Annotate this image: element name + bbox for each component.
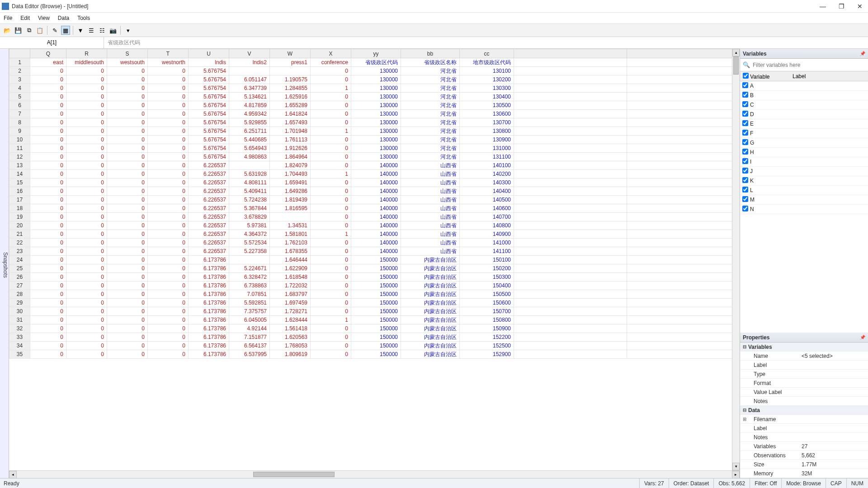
data-cell[interactable]: 130000 xyxy=(351,67,401,75)
data-cell[interactable]: 0 xyxy=(148,221,189,230)
data-cell[interactable]: 0 xyxy=(30,204,66,213)
variable-row[interactable]: N xyxy=(740,205,868,214)
data-cell[interactable]: 内蒙古自治区 xyxy=(401,299,460,307)
data-cell[interactable]: 0 xyxy=(148,75,189,84)
data-cell[interactable]: 0 xyxy=(107,187,148,196)
data-cell[interactable]: 5.676754 xyxy=(189,67,229,75)
data-cell[interactable]: 130000 xyxy=(351,153,401,161)
row-header[interactable]: 28 xyxy=(9,290,30,299)
data-cell[interactable]: 5.676754 xyxy=(189,84,229,93)
data-cell[interactable]: 内蒙古自治区 xyxy=(401,273,460,282)
data-cell[interactable]: 4.980863 xyxy=(229,153,270,161)
data-cell[interactable]: 0 xyxy=(311,118,351,127)
data-cell[interactable]: 内蒙古自治区 xyxy=(401,307,460,316)
data-cell[interactable]: 1.768053 xyxy=(270,342,311,350)
data-cell[interactable]: 1.581801 xyxy=(270,230,311,239)
data-cell[interactable]: 150500 xyxy=(460,290,514,299)
data-cell[interactable]: 6.173786 xyxy=(189,342,229,350)
data-cell[interactable]: 140700 xyxy=(460,213,514,221)
data-cell[interactable]: 6.226537 xyxy=(189,178,229,187)
data-cell[interactable]: 1.620563 xyxy=(270,333,311,342)
property-row[interactable]: Type xyxy=(740,370,868,379)
snapshots-tab[interactable]: Snapshots xyxy=(0,49,9,478)
data-cell[interactable]: 0 xyxy=(107,282,148,290)
data-cell[interactable]: 0 xyxy=(107,204,148,213)
data-cell[interactable]: 0 xyxy=(148,324,189,333)
column-header[interactable]: yy xyxy=(351,49,401,58)
row-header[interactable]: 11 xyxy=(9,144,30,153)
row-header[interactable]: 26 xyxy=(9,273,30,282)
data-cell[interactable]: 0 xyxy=(30,153,66,161)
row-header[interactable]: 19 xyxy=(9,213,30,221)
row-header[interactable]: 27 xyxy=(9,282,30,290)
data-cell[interactable]: 0 xyxy=(311,213,351,221)
data-cell[interactable]: 1.809619 xyxy=(270,350,311,359)
data-cell[interactable]: 0 xyxy=(148,144,189,153)
properties-pane-icon[interactable]: ☷ xyxy=(98,26,107,35)
data-cell[interactable]: 5.676754 xyxy=(189,118,229,127)
data-cell[interactable]: 7.375757 xyxy=(229,307,270,316)
property-row[interactable]: Size1.77M xyxy=(740,460,868,469)
data-cell[interactable]: 河北省 xyxy=(401,136,460,144)
data-cell[interactable]: 150000 xyxy=(351,324,401,333)
variable-row[interactable]: B xyxy=(740,91,868,100)
data-cell[interactable]: 0 xyxy=(148,290,189,299)
variable-row[interactable]: K xyxy=(740,176,868,186)
pin-icon[interactable]: 📌 xyxy=(860,335,865,340)
data-cell[interactable]: 0 xyxy=(107,161,148,170)
data-cell[interactable]: 0 xyxy=(107,342,148,350)
data-cell[interactable] xyxy=(270,67,311,75)
data-cell[interactable]: 1 xyxy=(311,316,351,324)
row-header[interactable]: 17 xyxy=(9,196,30,204)
data-cell[interactable]: 4.817859 xyxy=(229,101,270,110)
variable-checkbox[interactable] xyxy=(742,196,748,202)
column-header[interactable]: S xyxy=(107,49,148,58)
data-cell[interactable]: 0 xyxy=(66,324,107,333)
data-cell[interactable]: 0 xyxy=(30,324,66,333)
data-cell[interactable]: 0 xyxy=(107,127,148,136)
data-cell[interactable]: 0 xyxy=(311,282,351,290)
variable-checkbox[interactable] xyxy=(742,168,748,174)
data-cell[interactable]: 5.97381 xyxy=(229,221,270,230)
data-cell[interactable]: 150000 xyxy=(351,273,401,282)
data-cell[interactable]: 0 xyxy=(30,290,66,299)
data-cell[interactable]: 0 xyxy=(107,350,148,359)
data-cell[interactable]: 山西省 xyxy=(401,247,460,256)
property-row[interactable]: ⊞Filename xyxy=(740,415,868,424)
data-cell[interactable]: 6.173786 xyxy=(189,299,229,307)
data-cell[interactable]: 0 xyxy=(311,93,351,101)
data-cell[interactable]: 1.864964 xyxy=(270,153,311,161)
data-cell[interactable]: 6.226537 xyxy=(189,239,229,247)
scroll-down-icon[interactable]: ▾ xyxy=(732,463,740,470)
variable-checkbox[interactable] xyxy=(742,149,748,155)
data-cell[interactable]: 0 xyxy=(107,239,148,247)
data-cell[interactable]: 5.654943 xyxy=(229,144,270,153)
data-cell[interactable]: 6.173786 xyxy=(189,350,229,359)
data-cell[interactable]: 130300 xyxy=(460,84,514,93)
data-cell[interactable]: 130000 xyxy=(351,118,401,127)
data-cell[interactable]: 0 xyxy=(30,101,66,110)
data-cell[interactable]: 内蒙古自治区 xyxy=(401,324,460,333)
data-cell[interactable]: 6.226537 xyxy=(189,187,229,196)
data-cell[interactable]: 1 xyxy=(311,170,351,178)
variable-row[interactable]: A xyxy=(740,81,868,91)
data-cell[interactable]: 140800 xyxy=(460,221,514,230)
data-cell[interactable]: 0 xyxy=(107,153,148,161)
data-cell[interactable]: 141100 xyxy=(460,247,514,256)
vertical-scrollbar[interactable]: ▴ ▾ xyxy=(732,49,740,470)
row-header[interactable]: 1 xyxy=(9,58,30,67)
data-cell[interactable]: 0 xyxy=(66,256,107,264)
data-cell[interactable]: 6.173786 xyxy=(189,256,229,264)
data-cell[interactable]: 0 xyxy=(107,67,148,75)
data-cell[interactable]: 0 xyxy=(311,144,351,153)
data-cell[interactable]: 1.762103 xyxy=(270,239,311,247)
data-cell[interactable]: 140000 xyxy=(351,187,401,196)
data-cell[interactable]: 5.676754 xyxy=(189,136,229,144)
property-row[interactable]: Memory32M xyxy=(740,469,868,478)
data-cell[interactable]: 0 xyxy=(311,342,351,350)
data-cell[interactable]: 0 xyxy=(66,161,107,170)
data-cell[interactable]: 0 xyxy=(107,136,148,144)
data-cell[interactable]: 1.816595 xyxy=(270,204,311,213)
data-cell[interactable]: 0 xyxy=(148,127,189,136)
variable-row[interactable]: L xyxy=(740,186,868,195)
